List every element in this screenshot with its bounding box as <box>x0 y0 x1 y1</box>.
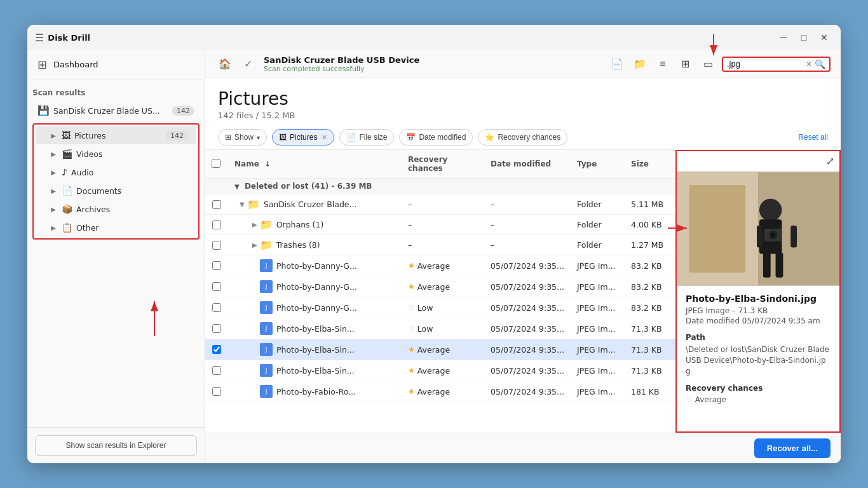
svg-rect-12 <box>776 252 783 277</box>
date-filter-button[interactable]: 📅 Date modified <box>399 129 473 146</box>
search-input[interactable] <box>727 59 803 69</box>
table-row[interactable]: ▶ 📁 Trashes (8) – – Folder 1.27 MB <box>205 235 675 255</box>
hamburger-icon[interactable]: ☰ <box>35 32 44 44</box>
table-row[interactable]: ▼ 📁 SanDisk Cruzer Blade... – – Folder 5… <box>205 194 675 215</box>
size-column-header[interactable]: Size <box>625 150 675 179</box>
maximize-button[interactable]: □ <box>795 29 813 46</box>
show-filter-icon: ⊞ <box>225 133 231 142</box>
size-9: 181 KB <box>625 381 675 402</box>
size-0: 5.11 MB <box>625 194 675 215</box>
select-all-header <box>205 150 228 179</box>
table-row[interactable]: ▶ 📁 Orphans (1) – – Folder 4.00 KB <box>205 215 675 235</box>
bottom-bar: Recover all... <box>205 433 841 463</box>
check-status-button[interactable]: ✓ <box>238 55 257 74</box>
list-view-button[interactable]: ≡ <box>653 55 672 74</box>
row-checkbox-2[interactable] <box>212 241 221 250</box>
file-name-5: Photo-by-Danny-G... <box>276 303 357 313</box>
row-checkbox-3[interactable] <box>212 261 221 270</box>
minimize-button[interactable]: ─ <box>775 29 792 46</box>
device-badge: 142 <box>172 106 194 116</box>
type-column-header[interactable]: Type <box>571 150 625 179</box>
table-row[interactable]: J Photo-by-Elba-Sin... ★ Average 05/07/2… <box>205 360 675 381</box>
file-name-3: Photo-by-Danny-G... <box>276 261 357 271</box>
pictures-filter-close[interactable]: ✕ <box>322 133 327 142</box>
row-checkbox-4[interactable] <box>212 282 221 291</box>
row-checkbox-0[interactable] <box>212 200 221 209</box>
pictures-icon: 🖼 <box>62 130 71 140</box>
table-row[interactable]: J Photo-by-Elba-Sin... ☆ Low 05/07/2024 … <box>205 318 675 339</box>
recovery-1: – <box>402 215 484 235</box>
star-filled-icon-4: ★ <box>408 282 415 291</box>
search-icon[interactable]: 🔍 <box>815 59 825 69</box>
detail-path-title: Path <box>686 333 831 342</box>
file-icon-7: J <box>260 343 273 356</box>
reset-all-button[interactable]: Reset all <box>798 133 828 142</box>
show-scan-results-button[interactable]: Show scan results in Explorer <box>35 435 197 456</box>
file-name-2: Trashes (8) <box>276 240 320 250</box>
chevron-right-archives-icon: ▶ <box>49 206 58 213</box>
sidebar-item-audio[interactable]: ▶ ♪ Audio <box>36 163 196 181</box>
recovery-label-6: Low <box>417 324 433 334</box>
panel-view-button[interactable]: ▭ <box>699 55 718 74</box>
pictures-filter-button[interactable]: 🖼 Pictures ✕ <box>272 129 334 146</box>
date-4: 05/07/2024 9:35... <box>484 276 571 297</box>
table-row[interactable]: J Photo-by-Danny-G... ★ Average 05/07/20… <box>205 276 675 297</box>
type-3: JPEG Im... <box>571 255 625 276</box>
device-name-label: SanDisk Cruzer Blade USB Device <box>264 55 419 65</box>
table-row[interactable]: J Photo-by-Danny-G... ★ Average 05/07/20… <box>205 255 675 276</box>
filesize-filter-label: File size <box>359 133 387 142</box>
detail-path-value: \Deleted or lost\SanDisk Cruzer Blade US… <box>686 344 831 376</box>
name-column-header[interactable]: Name ↓ <box>228 150 402 179</box>
file-icon-6: J <box>260 322 273 335</box>
folder-view-button[interactable]: 📁 <box>630 55 649 74</box>
sidebar-item-videos[interactable]: ▶ 🎬 Videos <box>36 145 196 163</box>
select-all-checkbox[interactable] <box>212 159 220 168</box>
recovery-label-9: Average <box>417 387 450 396</box>
sidebar-device-item[interactable]: 💾 SanDisk Cruzer Blade US... 142 <box>30 101 202 120</box>
app-title: Disk Drill <box>48 33 90 43</box>
row-checkbox-8[interactable] <box>212 366 221 375</box>
device-status-label: Scan completed successfully <box>264 65 419 73</box>
recover-all-button[interactable]: Recover all... <box>754 438 831 458</box>
search-clear-button[interactable]: ✕ <box>806 60 812 69</box>
other-icon: 📋 <box>62 222 72 233</box>
recovery-2: – <box>402 235 484 255</box>
table-row[interactable]: J Photo-by-Danny-G... ☆ Low 05/07/2024 9… <box>205 297 675 318</box>
grid-view-button[interactable]: ⊞ <box>676 55 695 74</box>
window-controls: ─ □ ✕ <box>775 29 833 46</box>
detail-expand-button[interactable]: ⤢ <box>826 155 834 167</box>
recovery-filter-label: Recovery chances <box>498 133 560 142</box>
row-checkbox-1[interactable] <box>212 220 221 229</box>
size-4: 83.2 KB <box>625 276 675 297</box>
sidebar-item-archives[interactable]: ▶ 📦 Archives <box>36 200 196 218</box>
table-row-selected[interactable]: J Photo-by-Elba-Sin... ★ Average 05/07/2… <box>205 339 675 360</box>
other-label: Other <box>76 223 99 233</box>
row-checkbox-7[interactable] <box>212 345 221 354</box>
sidebar-item-documents[interactable]: ▶ 📄 Documents <box>36 182 196 200</box>
new-file-button[interactable]: 📄 <box>607 55 627 74</box>
row-checkbox-6[interactable] <box>212 324 221 333</box>
file-name-7: Photo-by-Elba-Sin... <box>276 345 355 355</box>
date-filter-icon: 📅 <box>406 133 416 142</box>
recovery-filter-button[interactable]: ⭐ Recovery chances <box>478 129 567 146</box>
row-checkbox-5[interactable] <box>212 303 221 312</box>
recovery-8: ★ Average <box>408 366 478 376</box>
show-filter-button[interactable]: ⊞ Show ▾ <box>218 129 267 146</box>
date-8: 05/07/2024 9:35... <box>484 360 571 381</box>
size-6: 71.3 KB <box>625 318 675 339</box>
table-row[interactable]: J Photo-by-Fabio-Ro... ★ Average 05/07/2… <box>205 381 675 402</box>
close-button[interactable]: ✕ <box>815 29 833 46</box>
sidebar-nav-item-dashboard[interactable]: Dashboard <box>53 60 98 69</box>
sidebar-item-pictures[interactable]: ▶ 🖼 Pictures 142 <box>36 126 196 144</box>
sidebar-item-other[interactable]: ▶ 📋 Other <box>36 219 196 236</box>
filesize-filter-button[interactable]: 📄 File size <box>339 129 394 146</box>
expand-icon-0: ▼ <box>240 201 245 208</box>
date-column-header[interactable]: Date modified <box>484 150 571 179</box>
toolbar: 🏠 ✓ SanDisk Cruzer Blade USB Device Scan… <box>205 50 841 78</box>
recovery-column-header[interactable]: Recovery chances <box>402 150 484 179</box>
home-button[interactable]: 🏠 <box>215 55 234 74</box>
row-checkbox-9[interactable] <box>212 387 221 396</box>
size-5: 83.2 KB <box>625 297 675 318</box>
size-3: 83.2 KB <box>625 255 675 276</box>
search-box: ✕ 🔍 <box>722 57 831 72</box>
